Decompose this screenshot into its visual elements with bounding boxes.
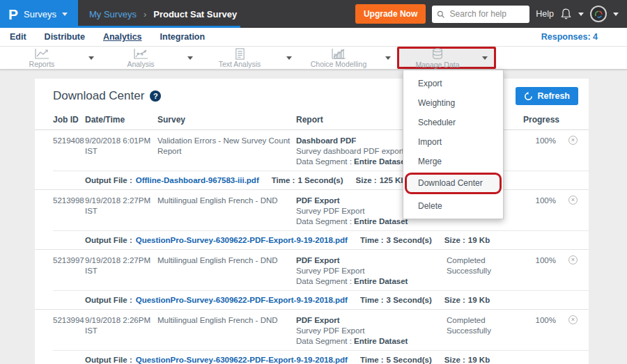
refresh-button[interactable]: Refresh [516,87,578,105]
size-label: Size : [444,355,465,364]
toolbar-item-analysis[interactable]: Analysis [100,47,181,68]
header-date-time: Date/Time [85,115,157,125]
manage-data-menu: Export Weighting Scheduler Import Merge … [403,70,504,219]
menu-item-download-center[interactable]: Download Center [407,175,500,192]
time-meta: Time :3 Second(s) [360,235,432,246]
manage-data-dropdown-caret[interactable] [476,56,494,60]
help-question-icon[interactable]: ? [150,90,161,102]
output-file-link[interactable]: QuestionPro-Survey-6309622-PDF-Export-9-… [136,235,348,246]
menu-item-export[interactable]: Export [403,74,503,93]
job-id: 5213998 [53,196,85,227]
size-meta: Size :125 Kb [356,175,406,186]
upgrade-now-button[interactable]: Upgrade Now [355,4,426,24]
chevron-down-icon [187,56,193,60]
notification-bell-icon[interactable] [560,8,572,20]
time-label: Time : [360,235,384,246]
help-link[interactable]: Help [536,9,554,19]
responses-count: Responses: 4 [541,32,598,42]
cancel-job-button[interactable]: × [556,315,579,347]
text-analysis-dropdown-caret[interactable] [280,56,298,60]
survey-name: Multilingual English French - DND [157,315,296,347]
menu-item-weighting[interactable]: Weighting [403,93,503,113]
breadcrumb-my-surveys[interactable]: My Surveys [89,9,137,19]
output-file-link[interactable]: QuestionPro-Survey-6309622-PDF-Export-9-… [136,295,348,306]
cancel-circle-icon[interactable]: × [568,196,578,205]
cancel-circle-icon[interactable]: × [568,255,578,264]
table-row: 5213994 9/19/2018 2:26PM IST Multilingua… [35,310,589,351]
nav-item-analytics[interactable]: Analytics [103,32,142,42]
header-actions [556,115,579,125]
help-search-box[interactable] [432,6,529,23]
data-segment-value: Entire Dataset [354,157,408,166]
choice-modelling-dropdown-caret[interactable] [379,56,397,60]
time-value: 5 Second(s) [387,355,432,364]
topbar: P Surveys My Surveys › Product Sat Surve… [0,0,627,28]
toolbar-item-reports[interactable]: Reports [1,47,82,68]
nav-item-edit[interactable]: Edit [10,32,26,42]
size-meta: Size :19 Kb [444,295,490,306]
download-center-card: Download Center ? Refresh Job ID Date/Ti… [35,79,589,364]
chevron-down-icon [88,56,94,60]
progress-value: 100% [523,136,556,167]
menu-item-delete[interactable]: Delete [403,196,503,216]
chevron-down-icon [482,56,488,60]
time-meta: Time :3 Second(s) [360,295,432,306]
output-file-link[interactable]: Offline-Dashboard-967583-iii.pdf [136,175,259,186]
report-cell: PDF Export Survey PDF Export Data Segmen… [296,315,447,347]
cancel-job-button[interactable]: × [556,255,579,287]
product-switcher[interactable]: P Surveys [0,0,78,28]
search-icon [437,10,444,19]
data-segment-value: Entire Dataset [354,217,408,225]
menu-item-import[interactable]: Import [403,132,503,152]
download-center-highlight-box: Download Center [405,173,502,194]
time-meta: Time :5 Second(s) [360,355,432,364]
cancel-circle-icon[interactable]: × [568,315,578,324]
nav-item-distribute[interactable]: Distribute [45,32,85,42]
job-id: 5219408 [53,136,85,167]
output-file-link[interactable]: QuestionPro-Survey-6309622-PDF-Export-9-… [136,355,348,364]
report-title: PDF Export [296,255,441,266]
time-value: 3 Second(s) [387,295,432,306]
toolbar-item-choice-modelling[interactable]: Choice Modelling [298,47,379,68]
toolbar-item-manage-data[interactable]: Manage Data [399,47,476,69]
job-row-group: 5219408 9/20/2018 6:01PM IST Validation … [35,130,589,190]
toolbar-item-label: Text Analysis [219,60,261,68]
reports-dropdown-caret[interactable] [82,56,100,60]
analysis-dropdown-caret[interactable] [181,56,199,60]
report-title: PDF Export [296,315,441,326]
date-time: 9/20/2018 6:01PM IST [85,136,157,167]
output-file-label: Output File : [85,235,132,246]
toolbar-item-label: Analysis [127,60,154,68]
output-file-label: Output File : [85,355,132,364]
data-segment-value: Entire Dataset [354,337,408,345]
header-survey: Survey [157,115,296,125]
menu-item-merge[interactable]: Merge [403,152,503,171]
chevron-down-icon[interactable] [578,13,584,16]
output-file-group: Output File :Offline-Dashboard-967583-ii… [85,175,259,186]
menu-item-scheduler[interactable]: Scheduler [403,113,503,132]
table-row: 5219408 9/20/2018 6:01PM IST Validation … [35,130,589,171]
output-file-label: Output File : [85,295,132,306]
data-segment-label: Data Segment : [296,277,352,285]
toolbar-item-text-analysis[interactable]: Text Analysis [199,47,280,68]
main-content: Download Center ? Refresh Job ID Date/Ti… [0,70,627,364]
job-row-group: 5213998 9/19/2018 2:27PM IST Multilingua… [35,190,589,250]
survey-nav: Edit Distribute Analytics Integration Re… [0,28,627,47]
data-segment-value: Entire Dataset [354,277,408,285]
chevron-down-icon[interactable] [613,13,619,16]
job-id: 5213997 [53,255,85,287]
job-id: 5213994 [53,315,85,347]
nav-item-integration[interactable]: Integration [160,32,206,42]
avatar[interactable] [590,6,607,22]
product-switcher-label: Surveys [24,9,56,19]
cancel-job-button[interactable]: × [556,196,579,227]
size-label: Size : [444,295,465,306]
status: Completed Successfully [447,315,523,347]
line-chart-icon [33,48,50,60]
breadcrumb-current-survey: Product Sat Survey [153,9,237,19]
search-input[interactable] [449,8,525,19]
chevron-down-icon [286,56,292,60]
cancel-job-button[interactable]: × [556,136,579,167]
cancel-circle-icon[interactable]: × [568,136,578,145]
size-meta: Size :19 Kb [444,355,490,364]
